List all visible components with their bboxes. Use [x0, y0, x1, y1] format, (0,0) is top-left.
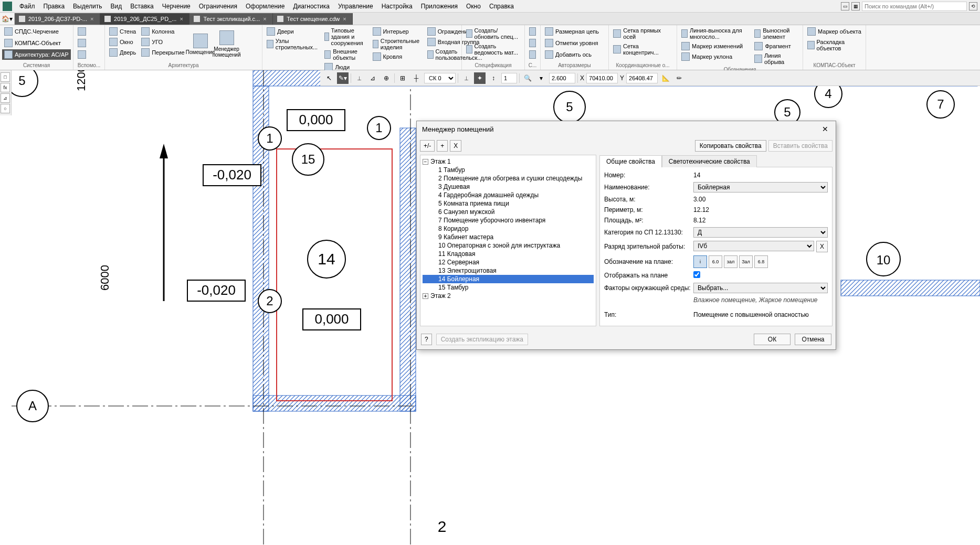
rbtn-products[interactable]: Строительные изделия	[371, 37, 424, 51]
rbtn-slope-marker[interactable]: Маркер уклона	[679, 51, 751, 62]
close-icon[interactable]: ×	[90, 16, 96, 22]
btn-help[interactable]: ?	[421, 334, 432, 345]
menu-file[interactable]: Файл	[15, 1, 39, 12]
tool-measure[interactable]: 📐	[660, 72, 671, 84]
room-item[interactable]: 13 Электрощитовая	[423, 266, 594, 275]
tool-cursor[interactable]: ↖	[323, 72, 335, 84]
room-item[interactable]: 15 Тамбур	[423, 283, 594, 292]
menu-draw[interactable]: Черчение	[158, 1, 195, 12]
menu-insert[interactable]: Вставка	[126, 1, 158, 12]
room-item[interactable]: 2 Помещение для обогрева и сушки спецоде…	[423, 174, 594, 183]
tool-zoom-drop[interactable]: ▾	[535, 72, 547, 84]
x-field[interactable]	[586, 73, 618, 83]
menu-help[interactable]: Справка	[485, 1, 518, 12]
home-button[interactable]: 🏠▾	[0, 13, 15, 25]
room-tree[interactable]: −Этаж 1 1 Тамбур 2 Помещение для обогрев…	[420, 155, 596, 326]
rbtn-s2[interactable]	[527, 38, 538, 48]
tool-polar[interactable]: ✦	[474, 72, 486, 84]
room-item[interactable]: 3 Душевая	[423, 183, 594, 191]
room-item[interactable]: 12 Серверная	[423, 258, 594, 266]
rbtn-wall[interactable]: Стена	[107, 26, 138, 37]
rbtn-layout[interactable]: Раскладка объектов	[805, 38, 863, 52]
menu-diagnostics[interactable]: Диагностика	[289, 1, 334, 12]
room-item[interactable]: 10 Операторная с зоной для инструктажа	[423, 241, 594, 250]
rbtn-room[interactable]: Помещение	[188, 26, 213, 62]
tab-general[interactable]: Общие свойства	[599, 155, 662, 167]
mark-style-5[interactable]: 6.8	[754, 255, 768, 268]
room-item[interactable]: 5 Комната приема пищи	[423, 199, 594, 208]
mark-style-4[interactable]: Зал	[739, 255, 753, 268]
room-item[interactable]: 11 Кладовая	[423, 250, 594, 258]
mark-style-2[interactable]: 6.0	[709, 255, 722, 268]
room-item[interactable]: 6 Санузел мужской	[423, 208, 594, 216]
mark-style-3[interactable]: зал	[724, 255, 737, 268]
rbtn-window[interactable]: Окно	[107, 37, 138, 47]
reset-icon[interactable]: ⟲	[969, 2, 977, 10]
rbtn-obj-marker[interactable]: Маркер объекта	[805, 26, 863, 37]
menu-edit[interactable]: Правка	[39, 1, 69, 12]
cat-select[interactable]: Д	[693, 227, 828, 238]
layout-icon-2[interactable]: ▦	[851, 2, 860, 10]
btn-ok[interactable]: ОК	[754, 334, 791, 345]
rbtn-spec2[interactable]: Создать ведомость мат...	[464, 42, 522, 57]
step-field[interactable]	[501, 73, 517, 83]
btn-copy-props[interactable]: Копировать свойства	[695, 140, 766, 152]
close-icon[interactable]: ×	[180, 16, 185, 22]
rbtn-arch[interactable]: Архитектура: АС/АР	[2, 49, 71, 60]
menu-window[interactable]: Окно	[462, 1, 485, 12]
tool-axis[interactable]: ┼	[410, 72, 422, 84]
rbtn-door[interactable]: Дверь	[107, 47, 138, 58]
room-item[interactable]: 1 Тамбур	[423, 166, 594, 174]
rbtn-s3[interactable]	[527, 49, 538, 60]
close-icon[interactable]: ×	[343, 16, 348, 22]
show-checkbox[interactable]	[693, 271, 700, 278]
room-item[interactable]: 9 Кабинет мастера	[423, 233, 594, 241]
room-item[interactable]: 4 Гардеробная домашней одежды	[423, 191, 594, 199]
rbtn-add-axis[interactable]: Добавить ось	[543, 49, 606, 60]
side-tool-2[interactable]: fx	[1, 83, 10, 92]
tool-edit[interactable]: ✏	[673, 72, 685, 84]
tool-zoom[interactable]: 🔍	[522, 72, 533, 84]
mark-style-1[interactable]: i	[693, 255, 707, 268]
tool-snap1[interactable]: ⟂	[353, 72, 365, 84]
rank-select[interactable]: IVб	[693, 241, 814, 251]
rbtn-column[interactable]: Колонна	[139, 26, 186, 37]
floor-label[interactable]: Этаж 1	[430, 158, 451, 165]
tool-ortho[interactable]: ⟂	[460, 72, 472, 84]
rbtn-change-marker[interactable]: Маркер изменений	[679, 41, 751, 51]
dialog-close[interactable]: ✕	[820, 125, 830, 133]
floor-label[interactable]: Этаж 2	[430, 292, 451, 300]
room-item[interactable]: 8 Коридор	[423, 225, 594, 233]
doc-tab-1[interactable]: 2019_206_ДС25_PD_...×	[100, 13, 189, 25]
rbtn-fragment[interactable]: Фрагмент	[752, 41, 800, 51]
rbtn-grid-straight[interactable]: Сетка прямых осей	[611, 26, 675, 41]
rbtn-room-manager[interactable]: Менеджер помещений	[214, 26, 239, 62]
btn-plusminus[interactable]: +/-	[420, 140, 435, 152]
expand-icon[interactable]: +	[423, 293, 428, 299]
tool-snap3[interactable]: ⊕	[381, 72, 392, 84]
side-tool-4[interactable]: ○	[1, 104, 10, 113]
rbtn-slab[interactable]: Перекрытие	[139, 47, 186, 58]
room-item-selected[interactable]: 14 Бойлерная	[423, 275, 594, 283]
rbtn-break[interactable]: Линия обрыва	[752, 51, 800, 66]
menu-view[interactable]: Вид	[106, 1, 126, 12]
tool-grid[interactable]: ⊞	[397, 72, 408, 84]
env-select[interactable]: Выбрать...	[693, 283, 828, 293]
rbtn-aux1[interactable]	[76, 26, 102, 37]
rbtn-grid-conc[interactable]: Сетка концентрич...	[611, 42, 675, 57]
rbtn-interior[interactable]: Интерьер	[371, 26, 424, 37]
layout-icon-1[interactable]: ▭	[841, 2, 849, 10]
menu-manage[interactable]: Управление	[334, 1, 377, 12]
btn-x[interactable]: X	[450, 140, 461, 152]
name-select[interactable]: Бойлерная	[693, 182, 828, 193]
menu-apps[interactable]: Приложения	[417, 1, 462, 12]
tab-lighting[interactable]: Светотехнические свойства	[662, 155, 757, 167]
rbtn-spds[interactable]: СПДС.Черчение	[2, 26, 71, 37]
doc-tab-3[interactable]: Тест смещение.cdw×	[273, 13, 353, 25]
ck-select[interactable]: СК 0	[424, 73, 456, 83]
rbtn-roof[interactable]: Кровля	[371, 51, 424, 62]
rbtn-levels[interactable]: Отметки уровня	[543, 38, 606, 48]
tool-snap2[interactable]: ⊿	[367, 72, 378, 84]
menu-select[interactable]: Выделить	[69, 1, 106, 12]
collapse-icon[interactable]: −	[423, 159, 428, 165]
